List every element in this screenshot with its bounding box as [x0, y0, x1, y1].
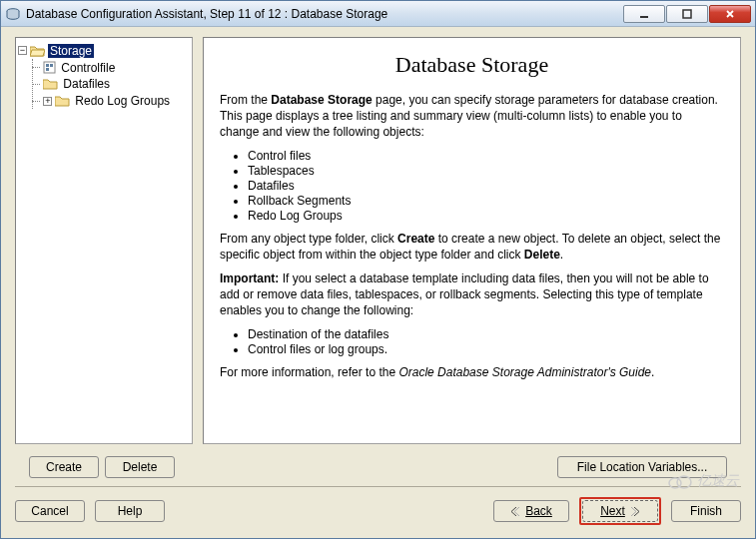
- close-button[interactable]: [709, 5, 751, 23]
- list-item: Control files: [248, 149, 724, 163]
- list-item: Control files or log groups.: [248, 342, 724, 356]
- tree-label-datafiles[interactable]: Datafiles: [61, 77, 112, 91]
- list-item: Tablespaces: [248, 164, 724, 178]
- template-list: Destination of the datafiles Control fil…: [248, 327, 724, 356]
- list-item: Redo Log Groups: [248, 209, 724, 223]
- storage-tree[interactable]: −Storage Controlfile Datafiles +Redo Log…: [15, 37, 193, 444]
- paragraph-create-delete: From any object type folder, click Creat…: [220, 231, 724, 263]
- finish-button[interactable]: Finish: [671, 500, 741, 522]
- body-text: From the Database Storage page, you can …: [220, 92, 724, 380]
- nav-row: Cancel Help Back Next Finish: [1, 487, 755, 535]
- paragraph-moreinfo: For more information, refer to the Oracl…: [220, 364, 724, 380]
- paragraph-intro: From the Database Storage page, you can …: [220, 92, 724, 141]
- window-controls: [622, 5, 751, 23]
- window-title: Database Configuration Assistant, Step 1…: [26, 7, 622, 21]
- tree-node-redolog[interactable]: +Redo Log Groups: [33, 92, 190, 109]
- tree-label-storage[interactable]: Storage: [48, 44, 94, 58]
- folder-icon: [55, 95, 70, 107]
- tree-label-redolog[interactable]: Redo Log Groups: [73, 94, 172, 108]
- maximize-button[interactable]: [666, 5, 708, 23]
- minimize-button[interactable]: [623, 5, 665, 23]
- tree-children: Controlfile Datafiles +Redo Log Groups: [32, 59, 190, 109]
- file-location-variables-button[interactable]: File Location Variables...: [557, 456, 727, 478]
- svg-rect-2: [683, 10, 691, 18]
- delete-button[interactable]: Delete: [105, 456, 175, 478]
- action-row: Create Delete File Location Variables...: [15, 454, 741, 487]
- create-button[interactable]: Create: [29, 456, 99, 478]
- list-item: Destination of the datafiles: [248, 327, 724, 341]
- svg-rect-5: [50, 64, 53, 67]
- tree-label-controlfile[interactable]: Controlfile: [59, 61, 117, 75]
- svg-rect-6: [46, 68, 49, 71]
- tree-node-storage[interactable]: −Storage: [18, 42, 190, 59]
- next-button[interactable]: Next: [582, 500, 658, 522]
- folder-icon: [43, 78, 58, 90]
- main-panel: Database Storage From the Database Stora…: [203, 37, 741, 444]
- tree-node-controlfile[interactable]: Controlfile: [33, 59, 190, 76]
- svg-rect-4: [46, 64, 49, 67]
- list-item: Datafiles: [248, 179, 724, 193]
- collapse-icon[interactable]: −: [18, 46, 27, 55]
- file-icon: [43, 61, 56, 74]
- back-button[interactable]: Back: [493, 500, 569, 522]
- expand-icon[interactable]: +: [43, 97, 52, 106]
- window-frame: Database Configuration Assistant, Step 1…: [0, 0, 756, 539]
- svg-rect-3: [44, 62, 55, 73]
- content-area: −Storage Controlfile Datafiles +Redo Log…: [1, 27, 755, 454]
- chevron-left-icon: [510, 507, 519, 516]
- list-item: Rollback Segments: [248, 194, 724, 208]
- object-list: Control files Tablespaces Datafiles Roll…: [248, 149, 724, 223]
- paragraph-important: Important: If you select a database temp…: [220, 270, 724, 319]
- app-icon: [5, 6, 21, 22]
- cancel-button[interactable]: Cancel: [15, 500, 85, 522]
- titlebar: Database Configuration Assistant, Step 1…: [1, 1, 755, 27]
- folder-open-icon: [30, 45, 45, 57]
- chevron-right-icon: [631, 507, 640, 516]
- next-highlight: Next: [579, 497, 661, 525]
- svg-rect-1: [640, 16, 648, 18]
- help-button[interactable]: Help: [95, 500, 165, 522]
- page-title: Database Storage: [220, 52, 724, 78]
- tree-node-datafiles[interactable]: Datafiles: [33, 76, 190, 93]
